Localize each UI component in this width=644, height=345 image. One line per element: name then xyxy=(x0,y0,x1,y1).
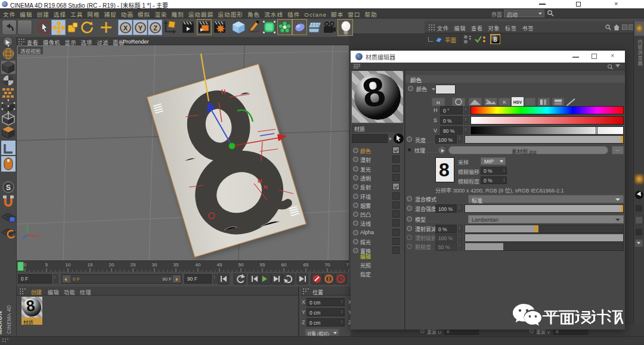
svg-text:5: 5 xyxy=(45,262,48,268)
svg-text:55: 55 xyxy=(260,262,265,268)
svg-text:H: H xyxy=(221,89,225,95)
svg-text:0: 0 xyxy=(24,262,27,268)
svg-text:HSV: HSV xyxy=(513,100,522,104)
svg-text:X: X xyxy=(123,24,128,32)
svg-text:50: 50 xyxy=(239,262,244,268)
svg-text:65: 65 xyxy=(304,262,309,268)
svg-text:35: 35 xyxy=(174,262,179,268)
svg-text:15: 15 xyxy=(88,262,93,268)
svg-text:60: 60 xyxy=(281,262,287,268)
svg-text:K: K xyxy=(503,100,506,104)
svg-text:70: 70 xyxy=(325,262,330,268)
svg-text:Z: Z xyxy=(153,24,157,32)
svg-text:?: ? xyxy=(339,276,343,282)
svg-text:20: 20 xyxy=(109,262,114,268)
svg-text:H: H xyxy=(436,100,440,105)
svg-text:40: 40 xyxy=(196,262,201,268)
svg-text:45: 45 xyxy=(217,262,222,268)
svg-text:Y: Y xyxy=(138,24,143,32)
svg-text:30: 30 xyxy=(152,262,157,268)
svg-text:X: X xyxy=(37,234,40,238)
svg-text:N: N xyxy=(264,184,268,190)
svg-text:S: S xyxy=(6,184,11,192)
svg-text:Y: Y xyxy=(25,220,28,225)
svg-text:10: 10 xyxy=(66,262,71,268)
svg-text:M: M xyxy=(258,178,262,184)
svg-text:25: 25 xyxy=(131,262,136,268)
svg-text:75: 75 xyxy=(346,262,349,268)
